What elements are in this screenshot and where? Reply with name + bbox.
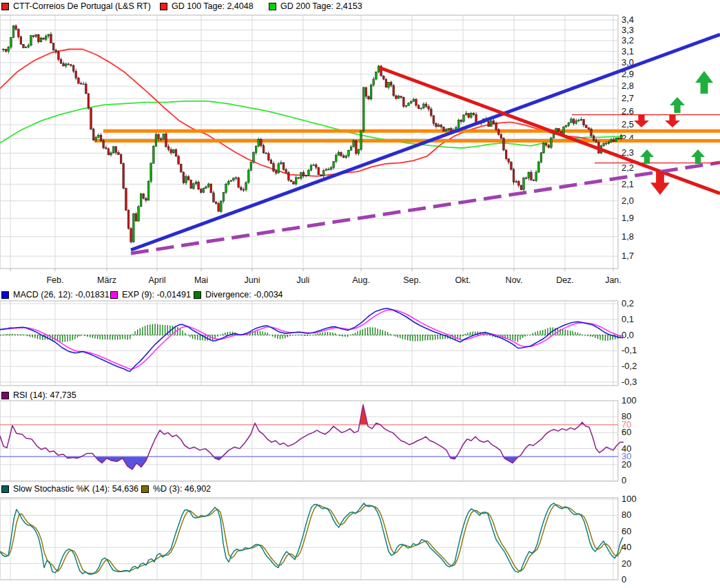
axis-tick-label: 0,2 xyxy=(621,298,634,308)
candlestick xyxy=(5,50,7,52)
candlestick xyxy=(260,140,263,146)
candlestick xyxy=(388,82,390,87)
candlestick xyxy=(570,119,573,123)
buy-signal-arrow-icon xyxy=(691,149,705,164)
candlestick xyxy=(338,153,340,156)
candlestick xyxy=(255,147,257,153)
candlestick xyxy=(350,147,352,150)
candlestick xyxy=(508,159,510,162)
sell-signal-arrow-icon xyxy=(665,114,680,127)
axis-tick-label: 3,4 xyxy=(621,14,634,25)
candlestick xyxy=(63,63,65,66)
axis-tick-label: Mai xyxy=(194,275,208,285)
candlestick xyxy=(215,202,217,204)
candlestick xyxy=(511,162,513,169)
axis-tick-label: 100 xyxy=(621,395,637,406)
buy-signal-arrow-icon xyxy=(670,97,685,113)
candlestick xyxy=(115,147,117,153)
gd100-line xyxy=(0,50,624,176)
candlestick xyxy=(517,181,520,185)
macd-legend-item: MACD (26, 12): -0,01831 xyxy=(1,291,110,300)
series-label: GD 100 Tage: 2,4048 xyxy=(172,2,254,11)
candlestick xyxy=(127,210,130,229)
candlestick xyxy=(353,140,355,147)
candlestick xyxy=(195,182,197,183)
candlestick xyxy=(376,72,378,79)
candlestick xyxy=(270,160,272,164)
candlestick xyxy=(70,65,72,65)
series-color-swatch xyxy=(141,485,149,493)
candlestick xyxy=(448,129,450,130)
candlestick xyxy=(282,162,285,169)
panel-border xyxy=(0,401,618,481)
candlestick xyxy=(40,38,42,42)
axis-tick-label: 3,1 xyxy=(621,46,634,56)
candlestick xyxy=(135,213,137,221)
candlestick xyxy=(330,168,332,169)
axis-tick-label: Dez. xyxy=(556,275,574,285)
candlestick xyxy=(503,138,505,150)
series-label: Divergence: -0,0034 xyxy=(205,291,283,300)
candlestick xyxy=(83,84,85,85)
candlestick xyxy=(158,134,160,139)
candlestick xyxy=(145,198,147,200)
series-color-swatch xyxy=(1,3,9,10)
candlestick xyxy=(52,43,54,50)
candlestick xyxy=(90,108,92,129)
candlestick xyxy=(457,120,460,127)
candlestick xyxy=(533,180,535,180)
candlestick xyxy=(385,79,387,87)
candlestick xyxy=(175,150,177,156)
candlestick xyxy=(20,37,22,45)
candlestick xyxy=(198,182,200,189)
candlestick xyxy=(220,201,222,211)
candlestick xyxy=(428,107,430,109)
candlestick xyxy=(580,119,582,120)
series-color-swatch xyxy=(194,291,201,299)
candlestick xyxy=(610,140,613,142)
candlestick xyxy=(425,104,427,107)
candlestick xyxy=(28,45,30,48)
candlestick xyxy=(578,120,580,121)
panel-border xyxy=(0,498,618,580)
candlestick xyxy=(230,180,232,182)
series-color-swatch xyxy=(1,485,9,493)
panel-border xyxy=(0,301,618,386)
candlestick xyxy=(575,121,577,124)
candlestick xyxy=(553,134,555,138)
candlestick xyxy=(615,138,617,141)
gd200-legend-item: GD 200 Tage: 2,4153 xyxy=(269,2,362,11)
candlestick xyxy=(98,135,100,137)
axis-tick-label: 3,2 xyxy=(621,35,634,45)
candlestick xyxy=(313,165,315,165)
candlestick xyxy=(468,113,470,117)
axis-tick-label: Sep. xyxy=(403,275,421,285)
candlestick xyxy=(565,125,567,127)
candlestick xyxy=(497,129,500,134)
candlestick xyxy=(10,38,12,48)
candlestick xyxy=(240,187,243,189)
axis-tick-label: 1,9 xyxy=(621,213,634,223)
candlestick xyxy=(613,140,615,141)
candlestick xyxy=(433,116,435,123)
candlestick xyxy=(183,172,185,183)
series-label: RSI (14): 47,735 xyxy=(13,391,76,400)
series-label: Slow Stochastic %K (14): 54,636 xyxy=(13,485,138,494)
candlestick xyxy=(573,119,575,123)
axis-tick-label: -0,2 xyxy=(621,361,637,371)
axis-tick-label: 80 xyxy=(621,510,631,520)
candlestick xyxy=(65,64,67,66)
rsi-legend-item: RSI (14): 47,735 xyxy=(1,391,76,400)
candlestick xyxy=(488,121,490,127)
series-label: GD 200 Tage: 2,4153 xyxy=(280,2,362,11)
candlestick xyxy=(445,129,447,131)
candlestick xyxy=(32,36,34,36)
candlestick xyxy=(558,129,560,132)
candlestick xyxy=(238,178,240,187)
series-color-swatch xyxy=(1,291,9,299)
stock-chart-application: 3,43,33,23,13,02,92,82,72,62,52,42,32,22… xyxy=(0,0,720,588)
candlestick xyxy=(265,153,267,154)
candlestick xyxy=(298,178,300,178)
candlestick xyxy=(123,164,125,189)
candlestick xyxy=(362,87,364,131)
